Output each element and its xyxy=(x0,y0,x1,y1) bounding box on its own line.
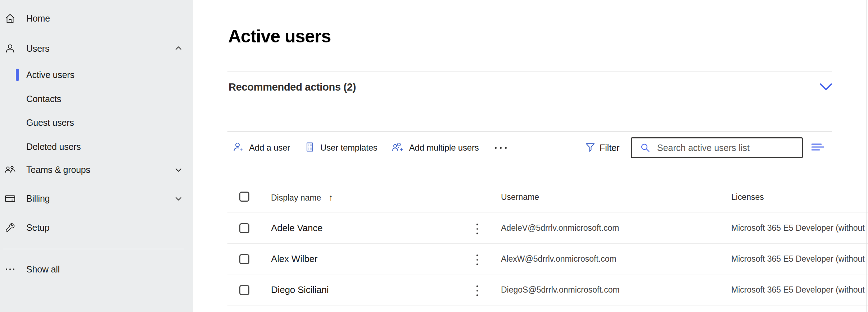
sidebar: Home Users Active users Contacts Guest u… xyxy=(0,0,193,312)
sidebar-item-billing[interactable]: Billing xyxy=(0,188,193,208)
table-header-divider xyxy=(227,212,868,212)
people-add-icon xyxy=(392,142,404,154)
sidebar-item-deleted-users[interactable]: Deleted users xyxy=(0,138,193,156)
username-cell: AdeleV@5drrlv.onmicrosoft.com xyxy=(501,223,619,233)
display-name-cell[interactable]: Adele Vance xyxy=(271,222,322,234)
filter-funnel-icon xyxy=(585,142,595,153)
sidebar-item-home[interactable]: Home xyxy=(0,8,193,28)
column-header-display-name[interactable]: Display name ↑ xyxy=(271,192,333,203)
m365-admin-active-users-page: Home Users Active users Contacts Guest u… xyxy=(0,0,868,312)
person-add-icon xyxy=(233,142,244,154)
user-templates-button[interactable]: User templates xyxy=(304,142,378,154)
recommended-actions-expand-chevron-icon[interactable] xyxy=(818,81,833,93)
display-name-cell[interactable]: Diego Siciliani xyxy=(271,284,329,295)
username-cell: DiegoS@5drrlv.onmicrosoft.com xyxy=(501,285,620,295)
row-actions-kebab-icon[interactable] xyxy=(474,254,481,265)
chevron-down-icon xyxy=(174,194,183,203)
search-input[interactable] xyxy=(656,142,787,153)
sidebar-item-show-all[interactable]: Show all xyxy=(0,259,193,279)
command-bar: Add a user User templates Add multiple xyxy=(233,137,508,158)
sidebar-item-users[interactable]: Users xyxy=(0,38,193,59)
section-divider xyxy=(227,71,832,72)
column-header-label: Display name xyxy=(271,193,321,202)
sidebar-item-label: Active users xyxy=(26,70,74,80)
display-name-cell[interactable]: Alex Wilber xyxy=(271,253,317,265)
add-multiple-users-label: Add multiple users xyxy=(409,143,479,153)
row-divider xyxy=(227,306,868,306)
column-header-licenses[interactable]: Licenses xyxy=(731,192,764,202)
licenses-cell: Microsoft 365 E5 Developer (without xyxy=(731,223,868,233)
page-title: Active users xyxy=(228,26,331,47)
sort-ascending-arrow-icon: ↑ xyxy=(329,192,333,202)
more-actions-ellipsis-icon[interactable] xyxy=(493,147,508,149)
sidebar-item-teams-groups[interactable]: Teams & groups xyxy=(0,160,193,180)
row-actions-kebab-icon[interactable] xyxy=(474,285,481,296)
people-icon xyxy=(4,164,16,176)
ellipsis-icon xyxy=(4,263,16,275)
add-user-label: Add a user xyxy=(249,143,290,153)
sidebar-item-label: Guest users xyxy=(26,118,74,128)
chevron-up-icon xyxy=(174,44,183,53)
row-checkbox[interactable] xyxy=(239,285,249,295)
sidebar-item-label: Home xyxy=(26,13,50,24)
row-divider xyxy=(227,275,868,275)
licenses-cell: Microsoft 365 E5 Developer (without xyxy=(731,285,868,295)
sidebar-divider xyxy=(3,249,184,249)
sidebar-item-setup[interactable]: Setup xyxy=(0,217,193,238)
wrench-icon xyxy=(4,221,16,234)
sort-lines-icon[interactable] xyxy=(811,142,825,152)
filter-button[interactable]: Filter xyxy=(585,137,620,158)
select-all-checkbox[interactable] xyxy=(239,192,249,202)
sidebar-item-active-users[interactable]: Active users xyxy=(0,66,193,84)
sidebar-item-label: Contacts xyxy=(26,94,61,104)
add-user-button[interactable]: Add a user xyxy=(233,142,290,154)
row-divider xyxy=(227,243,868,244)
sidebar-item-guest-users[interactable]: Guest users xyxy=(0,114,193,132)
row-checkbox[interactable] xyxy=(239,254,249,264)
user-templates-label: User templates xyxy=(320,143,378,153)
template-list-icon xyxy=(304,142,315,154)
row-checkbox[interactable] xyxy=(239,223,249,233)
sidebar-item-label: Show all xyxy=(26,264,60,275)
column-header-username[interactable]: Username xyxy=(501,192,539,202)
username-cell: AlexW@5drrlv.onmicrosoft.com xyxy=(501,254,616,264)
sidebar-item-label: Deleted users xyxy=(26,142,81,152)
filter-label: Filter xyxy=(600,143,620,153)
sidebar-item-contacts[interactable]: Contacts xyxy=(0,90,193,108)
sidebar-item-label: Users xyxy=(26,43,49,54)
sidebar-item-label: Setup xyxy=(26,222,49,233)
licenses-cell: Microsoft 365 E5 Developer (without xyxy=(731,254,868,264)
person-icon xyxy=(4,42,16,55)
section-divider xyxy=(227,131,832,132)
credit-card-icon xyxy=(4,192,16,205)
row-actions-kebab-icon[interactable] xyxy=(474,224,481,234)
search-icon xyxy=(640,142,651,153)
scrollbar-track[interactable] xyxy=(866,0,867,312)
sidebar-item-label: Billing xyxy=(26,193,50,204)
chevron-down-icon xyxy=(174,165,183,174)
sidebar-item-label: Teams & groups xyxy=(26,165,90,175)
recommended-actions-header[interactable]: Recommended actions (2) xyxy=(229,81,356,93)
add-multiple-users-button[interactable]: Add multiple users xyxy=(392,142,479,154)
search-box xyxy=(631,137,803,158)
home-icon xyxy=(4,12,16,24)
